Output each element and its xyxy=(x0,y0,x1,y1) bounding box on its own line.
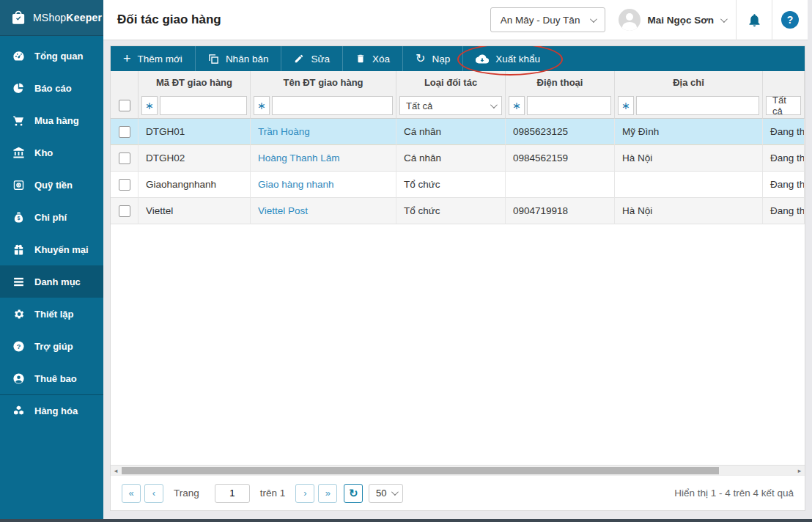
column-header-checkbox xyxy=(111,71,139,93)
cell-phone[interactable]: 0984562159 xyxy=(506,145,615,172)
filter-operator-button[interactable]: ∗ xyxy=(141,96,158,115)
scroll-right-arrow-icon[interactable]: ▸ xyxy=(794,466,805,476)
gear-icon xyxy=(12,308,25,320)
next-page-button[interactable]: › xyxy=(295,484,314,503)
status-filter-select[interactable]: Tất cả xyxy=(766,96,801,115)
refresh-button[interactable]: ↻ xyxy=(344,484,363,503)
delete-button[interactable]: Xóa xyxy=(343,46,403,71)
name-filter-input[interactable] xyxy=(272,96,393,115)
row-checkbox[interactable] xyxy=(119,179,130,191)
reload-label: Nạp xyxy=(432,54,450,65)
scroll-left-arrow-icon[interactable]: ◂ xyxy=(111,466,121,476)
cell-address[interactable]: Hà Nội xyxy=(615,198,763,224)
page-size-select[interactable]: 50 xyxy=(369,484,403,503)
sidebar-item-hang-hoa[interactable]: Hàng hóa xyxy=(0,394,103,427)
reload-button[interactable]: ↻ Nạp xyxy=(403,46,463,71)
cell-phone[interactable]: 0985623125 xyxy=(506,119,615,145)
edit-button[interactable]: Sửa xyxy=(281,46,343,71)
cell-name-link[interactable]: Giao hàng nhanh xyxy=(251,172,396,198)
column-header-code[interactable]: Mã ĐT giao hàng xyxy=(139,71,251,93)
cell-code[interactable]: DTGH02 xyxy=(139,145,251,172)
sidebar-item-label: Danh mục xyxy=(34,276,81,287)
cell-address[interactable]: Hà Nội xyxy=(615,145,763,172)
grid-panel: + Thêm mới Nhân bản Sửa Xóa xyxy=(110,45,805,511)
column-header-address[interactable]: Địa chỉ xyxy=(615,71,763,93)
notifications-button[interactable] xyxy=(736,0,772,40)
select-all-checkbox[interactable] xyxy=(119,100,130,111)
page-title: Đối tác giao hàng xyxy=(117,12,221,27)
duplicate-button[interactable]: Nhân bản xyxy=(196,46,282,71)
cell-address[interactable] xyxy=(615,172,763,198)
column-header-status[interactable] xyxy=(763,71,805,93)
scrollbar-thumb[interactable] xyxy=(122,467,719,474)
sidebar-item-quy-tien[interactable]: Quỹ tiền xyxy=(0,169,103,201)
bell-icon xyxy=(747,12,762,28)
address-filter-input[interactable] xyxy=(636,96,759,115)
money-bag-icon: $ xyxy=(12,211,25,224)
cell-type[interactable]: Cá nhân xyxy=(396,119,506,145)
sidebar-item-tro-giup[interactable]: ? Trợ giúp xyxy=(0,330,103,362)
last-page-button[interactable]: » xyxy=(318,484,337,503)
page-label: Trang xyxy=(174,488,199,499)
cell-name-link[interactable]: Trần Hoàng xyxy=(251,119,396,145)
filter-operator-button[interactable]: ∗ xyxy=(509,96,525,115)
table-row-checkbox-cell xyxy=(111,145,139,172)
horizontal-scrollbar[interactable]: ◂ ▸ xyxy=(111,465,805,475)
table-row-checkbox-cell xyxy=(111,172,139,198)
filter-operator-button[interactable]: ∗ xyxy=(254,96,270,115)
row-checkbox[interactable] xyxy=(119,152,130,164)
row-checkbox[interactable] xyxy=(119,205,130,217)
sidebar-item-chi-phi[interactable]: $ Chi phí xyxy=(0,201,103,233)
app-window: MShopKeeper Tổng quan Báo cáo Mua hàng K… xyxy=(0,0,812,519)
column-header-type[interactable]: Loại đối tác xyxy=(396,71,506,93)
cell-code[interactable]: DTGH01 xyxy=(139,119,251,145)
code-filter-input[interactable] xyxy=(160,96,247,115)
cell-code[interactable]: Viettel xyxy=(139,198,251,224)
sidebar-item-danh-muc[interactable]: Danh mục xyxy=(0,265,103,298)
cell-phone[interactable] xyxy=(506,172,615,198)
type-filter-select[interactable]: Tất cả xyxy=(399,96,502,115)
cell-status[interactable]: Đang theo dõi xyxy=(763,119,805,145)
cell-type[interactable]: Tổ chức xyxy=(396,172,506,198)
phone-filter-input[interactable] xyxy=(527,96,611,115)
cell-address[interactable]: Mỹ Đình xyxy=(615,119,763,145)
sidebar-item-tong-quan[interactable]: Tổng quan xyxy=(0,40,103,72)
filter-cell-address: ∗ xyxy=(615,93,763,119)
export-button[interactable]: Xuất khẩu xyxy=(463,46,553,71)
cell-status[interactable]: Đang theo dõi xyxy=(763,198,805,224)
prev-page-button[interactable]: ‹ xyxy=(144,484,163,503)
cell-phone[interactable]: 0904719918 xyxy=(506,198,615,224)
cell-type[interactable]: Tổ chức xyxy=(396,198,506,224)
shopping-bag-logo-icon xyxy=(10,10,26,26)
sidebar-item-thiet-lap[interactable]: Thiết lập xyxy=(0,298,103,330)
sidebar-item-label: Mua hàng xyxy=(34,115,79,126)
sidebar-item-khuyen-mai[interactable]: Khuyến mại xyxy=(0,233,103,265)
first-page-button[interactable]: « xyxy=(122,484,141,503)
filter-cell-name: ∗ xyxy=(251,93,396,119)
row-checkbox[interactable] xyxy=(119,126,130,138)
filter-operator-button[interactable]: ∗ xyxy=(618,96,634,115)
cell-code[interactable]: Giaohangnhanh xyxy=(139,172,251,198)
sidebar-item-kho[interactable]: Kho xyxy=(0,136,103,169)
user-menu[interactable]: Mai Ngọc Sơn xyxy=(619,9,726,31)
sidebar-item-bao-cao[interactable]: Báo cáo xyxy=(0,72,103,104)
sidebar-item-thue-bao[interactable]: Thuê bao xyxy=(0,362,103,394)
column-header-phone[interactable]: Điện thoại xyxy=(506,71,615,93)
cell-type[interactable]: Cá nhân xyxy=(396,145,506,172)
cell-name-link[interactable]: Viettel Post xyxy=(251,198,396,224)
cell-status[interactable]: Đang theo dõi xyxy=(763,172,805,198)
edit-label: Sửa xyxy=(311,54,330,65)
filter-cell-checkbox xyxy=(111,93,139,119)
cell-name-link[interactable]: Hoàng Thanh Lâm xyxy=(251,145,396,172)
add-new-button[interactable]: + Thêm mới xyxy=(111,46,196,71)
app-logo: MShopKeeper xyxy=(0,0,103,36)
column-header-name[interactable]: Tên ĐT giao hàng xyxy=(251,71,396,93)
type-filter-value: Tất cả xyxy=(406,100,432,111)
page-number-input[interactable] xyxy=(215,484,250,503)
cell-status[interactable]: Đang theo dõi xyxy=(763,145,805,172)
help-button[interactable]: ? xyxy=(772,0,808,40)
branch-selector[interactable]: An Mây - Duy Tân xyxy=(490,7,606,32)
user-name: Mai Ngọc Sơn xyxy=(647,15,714,26)
sidebar-item-mua-hang[interactable]: Mua hàng xyxy=(0,104,103,136)
sidebar: MShopKeeper Tổng quan Báo cáo Mua hàng K… xyxy=(0,0,103,519)
